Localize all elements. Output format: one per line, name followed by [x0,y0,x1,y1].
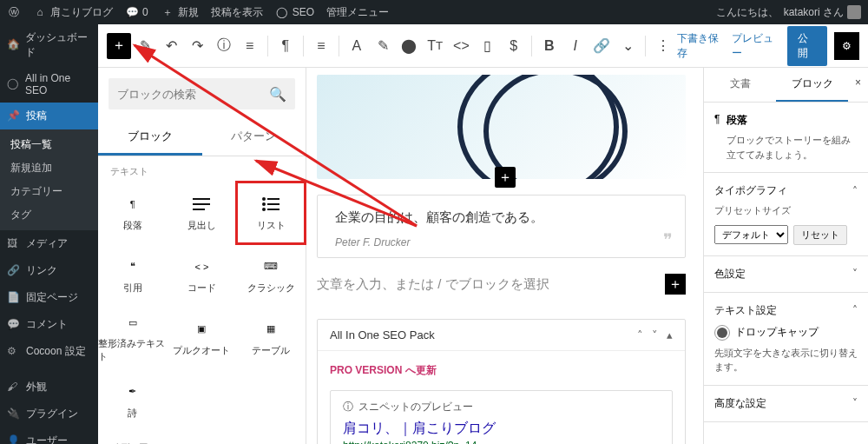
menu-cocoon-label: Cocoon 設定 [26,344,86,359]
panel-down-icon[interactable]: ˅ [652,328,658,341]
menu-posts[interactable]: 📌投稿 [0,103,98,129]
user-menu[interactable]: katakori さん [784,5,861,20]
toggle-inserter-button[interactable]: ＋ [107,33,131,59]
block-search-input[interactable] [117,88,269,101]
panel-toggle-icon[interactable]: ▴ [667,328,673,341]
block-pullquote[interactable]: ▣プルクオート [168,307,237,369]
tag-button[interactable]: ⬤ [397,33,421,59]
italic-button[interactable]: I [563,33,588,59]
site-home[interactable]: ⌂肩こりブログ [33,5,113,20]
section-advanced[interactable]: 高度な設定 [714,396,766,411]
panel-up-icon[interactable]: ˄ [637,328,643,341]
block-label: 段落 [123,219,142,232]
pre-icon: ▭ [123,313,142,332]
block-list[interactable]: リスト [236,182,306,244]
avatar [847,5,861,19]
section-text[interactable]: テキスト設定 [714,303,777,318]
preset-size-select[interactable]: デフォルト [714,225,788,244]
admin-menu[interactable]: 管理メニュー [326,5,389,20]
block-table[interactable]: ▦テーブル [236,307,306,369]
comments-link[interactable]: 💬0 [125,5,148,19]
publish-button[interactable]: 公開 [787,26,827,66]
outline-button[interactable]: ≡ [238,33,262,59]
category-media: メディア [98,432,306,444]
menu-aioseo[interactable]: ◯All in One SEO [0,66,98,103]
menu-users[interactable]: 👤ユーザー [0,427,98,444]
menu-appearance[interactable]: 🖌外観 [0,374,98,401]
paragraph-placeholder[interactable]: 文章を入力、または / でブロックを選択 [317,276,549,293]
more-formatting-button[interactable]: ⌄ [615,33,640,59]
menu-links[interactable]: 🔗リンク [0,257,98,284]
menu-media-label: メディア [26,236,68,251]
howdy-text: こんにちは、 [716,5,779,20]
align-button[interactable]: ≡ [309,33,333,59]
menu-comments[interactable]: 💬コメント [0,311,98,338]
block-quote[interactable]: ❝引用 [98,244,168,307]
svg-rect-2 [193,209,205,210]
settings-gear-button[interactable]: ⚙ [834,32,859,60]
svg-point-7 [262,208,266,211]
page-button[interactable]: ▯ [475,33,499,59]
view-post[interactable]: 投稿を表示 [211,5,263,20]
reset-button[interactable]: リセット [793,225,847,245]
quote-citation: Peter F. Drucker [335,236,667,249]
add-block-button[interactable]: ＋ [495,167,516,188]
block-classic[interactable]: ⌨クラシック [236,244,306,307]
menu-media[interactable]: 🖼メディア [0,230,98,257]
section-color[interactable]: 色設定 [714,267,746,282]
sidebar-tab-document[interactable]: 文書 [704,68,776,102]
wp-logo[interactable]: ⓦ [7,5,21,19]
font-button[interactable]: A [345,33,369,59]
submenu-posts-cat[interactable]: カテゴリー [0,180,98,203]
section-typography[interactable]: タイポグラフィ [714,183,787,198]
block-heading[interactable]: 見出し [168,182,237,244]
dropcap-help: 先頭文字を大きな表示に切り替えます。 [714,346,858,374]
menu-pages[interactable]: 📄固定ページ [0,284,98,311]
edit-icon[interactable]: ✎ [133,33,157,59]
quote-block[interactable]: 企業の目的は、顧客の創造である。 Peter F. Drucker ❞ [317,195,686,258]
paragraph-block-icon[interactable]: ¶ [273,33,298,59]
menu-dashboard[interactable]: 🏠ダッシュボード [0,24,98,66]
submenu-posts-new[interactable]: 新規追加 [0,156,98,180]
currency-button[interactable]: $ [502,33,526,59]
preview-button[interactable]: プレビュー [732,31,779,61]
block-code[interactable]: < >コード [168,244,237,307]
menu-dashboard-label: ダッシュボード [25,30,91,60]
tab-patterns[interactable]: パターン [202,120,306,156]
site-name: 肩こりブログ [50,5,113,20]
separator [303,36,304,56]
block-paragraph[interactable]: ¶段落 [98,182,168,244]
dropcap-toggle[interactable] [714,325,730,341]
tab-blocks[interactable]: ブロック [98,120,202,156]
submenu-posts-tag[interactable]: タグ [0,203,98,227]
code-button[interactable]: <> [449,33,473,59]
bold-button[interactable]: B [537,33,562,59]
fontsize-button[interactable]: TT [423,33,447,59]
quotemark-icon: ❞ [663,229,673,250]
menu-cocoon[interactable]: ⚙Cocoon 設定 [0,338,98,365]
sidebar-tab-block[interactable]: ブロック [776,68,848,102]
block-options-button[interactable]: ⋮ [651,33,675,59]
sidebar-close-button[interactable]: × [848,68,868,102]
inline-add-button[interactable]: ＋ [665,274,686,295]
svg-point-5 [262,202,266,206]
aioseo-upgrade-link[interactable]: PRO VERSION へ更新 [330,363,673,378]
undo-button[interactable]: ↶ [159,33,183,59]
link-button[interactable]: 🔗 [589,33,614,59]
block-verse[interactable]: ✒詩 [98,369,168,432]
menu-plugins[interactable]: 🔌プラグイン [0,401,98,427]
view-label: 投稿を表示 [211,5,263,20]
submenu-posts-list[interactable]: 投稿一覧 [0,133,98,156]
color-button[interactable]: ✎ [371,33,395,59]
details-button[interactable]: ⓘ [212,33,236,59]
seo-menu[interactable]: ◯SEO [275,5,314,19]
dropcap-label: ドロップキャップ [735,325,819,340]
menu-aioseo-label: All in One SEO [25,72,91,96]
block-search[interactable]: 🔍 [108,78,295,109]
new-content[interactable]: ＋新規 [161,5,199,20]
block-preformatted[interactable]: ▭整形済みテキスト [98,307,168,369]
menu-links-label: リンク [26,263,57,278]
svg-rect-6 [267,203,279,205]
redo-button[interactable]: ↷ [185,33,209,59]
save-draft-button[interactable]: 下書き保存 [677,31,725,61]
